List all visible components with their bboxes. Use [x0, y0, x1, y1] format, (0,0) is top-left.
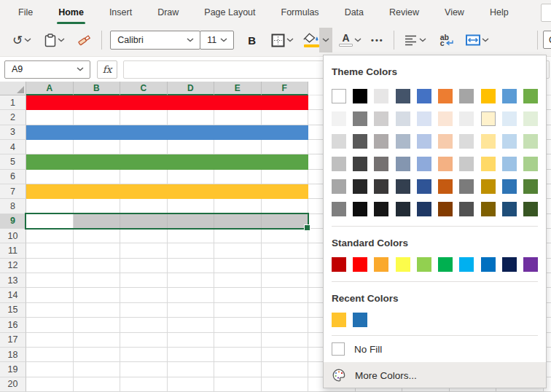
color-swatch[interactable]	[502, 157, 517, 171]
color-swatch[interactable]	[396, 179, 410, 194]
more-options-button[interactable]: •••	[371, 36, 384, 44]
row-header-18[interactable]: 18	[0, 348, 26, 362]
cell[interactable]	[26, 303, 74, 318]
color-swatch[interactable]	[396, 157, 410, 171]
color-swatch[interactable]	[332, 157, 346, 171]
cell[interactable]	[168, 303, 215, 318]
color-swatch[interactable]	[438, 89, 453, 103]
cell[interactable]	[214, 184, 262, 199]
color-swatch[interactable]	[481, 111, 496, 126]
format-painter-button[interactable]	[77, 33, 93, 47]
cell[interactable]	[214, 170, 262, 184]
cell[interactable]	[214, 154, 262, 169]
row-header-5[interactable]: 5	[0, 154, 26, 169]
cell[interactable]	[168, 333, 215, 348]
cell[interactable]	[26, 229, 74, 243]
color-swatch[interactable]	[502, 257, 517, 272]
cell[interactable]	[74, 140, 121, 154]
color-swatch[interactable]	[481, 179, 496, 194]
cell[interactable]	[214, 318, 262, 332]
color-swatch[interactable]	[353, 111, 367, 126]
cell[interactable]	[120, 110, 168, 125]
color-swatch[interactable]	[481, 134, 496, 149]
cell[interactable]	[120, 229, 168, 243]
cell[interactable]	[214, 110, 262, 125]
cell[interactable]	[26, 362, 74, 377]
cell[interactable]	[214, 377, 262, 392]
cell[interactable]	[168, 243, 215, 258]
color-swatch[interactable]	[353, 257, 367, 272]
cell[interactable]	[26, 140, 74, 154]
cell[interactable]	[168, 377, 215, 392]
cell[interactable]	[120, 199, 168, 213]
row-header-12[interactable]: 12	[0, 259, 26, 273]
row-header-11[interactable]: 11	[0, 243, 26, 258]
cell[interactable]	[74, 259, 121, 273]
column-header-D[interactable]: D	[168, 82, 215, 95]
cell[interactable]	[262, 348, 309, 362]
column-header-B[interactable]: B	[74, 82, 121, 95]
color-swatch[interactable]	[502, 89, 517, 103]
cell[interactable]	[26, 199, 74, 213]
color-swatch[interactable]	[523, 157, 538, 171]
color-swatch[interactable]	[374, 257, 388, 272]
color-swatch[interactable]	[417, 202, 431, 216]
bold-button[interactable]: B	[248, 34, 256, 47]
cell[interactable]	[74, 333, 121, 348]
cell[interactable]	[168, 348, 215, 362]
cell[interactable]	[26, 288, 74, 302]
cell[interactable]	[26, 154, 74, 169]
cell[interactable]	[168, 125, 215, 140]
tab-insert[interactable]: Insert	[109, 0, 132, 24]
tab-review[interactable]: Review	[389, 0, 419, 24]
row-header-9[interactable]: 9	[0, 214, 26, 229]
cell[interactable]	[168, 229, 215, 243]
color-swatch[interactable]	[459, 179, 474, 194]
row-header-20[interactable]: 20	[0, 377, 26, 392]
select-all-corner[interactable]	[0, 82, 26, 95]
cell[interactable]	[214, 288, 262, 302]
tab-data[interactable]: Data	[345, 0, 364, 24]
font-color-chevron-icon[interactable]	[353, 35, 363, 45]
color-swatch[interactable]	[459, 157, 474, 171]
cell[interactable]	[262, 243, 309, 258]
cell[interactable]	[214, 273, 262, 288]
cell[interactable]	[74, 229, 121, 243]
tab-home[interactable]: Home	[58, 0, 84, 24]
color-swatch[interactable]	[502, 179, 517, 194]
cell[interactable]	[262, 110, 309, 125]
cell[interactable]	[262, 318, 309, 332]
cell[interactable]	[262, 362, 309, 377]
fill-color-button[interactable]	[303, 28, 332, 52]
cell[interactable]	[74, 273, 121, 288]
font-color-button[interactable]: A	[339, 34, 363, 47]
color-swatch[interactable]	[438, 111, 453, 126]
undo-button[interactable]: ↺	[12, 34, 33, 47]
color-swatch[interactable]	[481, 257, 496, 272]
cell[interactable]	[120, 303, 168, 318]
cell[interactable]	[26, 377, 74, 392]
column-header-C[interactable]: C	[120, 82, 168, 95]
row-header-7[interactable]: 7	[0, 184, 26, 199]
color-swatch[interactable]	[332, 257, 346, 272]
row-header-6[interactable]: 6	[0, 170, 26, 184]
color-swatch[interactable]	[523, 111, 538, 126]
cell[interactable]	[168, 184, 215, 199]
color-swatch[interactable]	[438, 202, 453, 216]
cell[interactable]	[214, 259, 262, 273]
wrap-text-button[interactable]: ab c	[440, 34, 454, 47]
color-swatch[interactable]	[353, 313, 367, 327]
cell[interactable]	[26, 110, 74, 125]
name-box[interactable]: A9	[4, 60, 90, 79]
cell[interactable]	[120, 362, 168, 377]
cell[interactable]	[26, 184, 74, 199]
color-swatch[interactable]	[374, 179, 388, 194]
color-swatch[interactable]	[332, 89, 346, 103]
cell[interactable]	[120, 140, 168, 154]
cell[interactable]	[214, 229, 262, 243]
row-header-3[interactable]: 3	[0, 125, 26, 140]
color-swatch[interactable]	[374, 89, 388, 103]
cell[interactable]	[262, 288, 309, 302]
cell[interactable]	[26, 348, 74, 362]
paste-chevron-icon[interactable]	[56, 35, 66, 45]
